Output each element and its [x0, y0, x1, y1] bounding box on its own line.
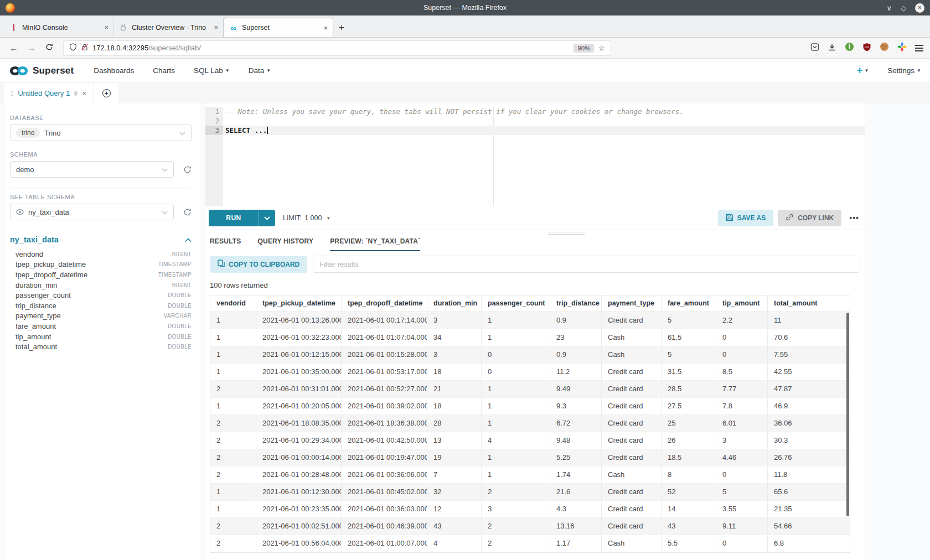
copy-to-clipboard-button[interactable]: COPY TO CLIPBOARD [210, 256, 307, 273]
table-row[interactable]: 2 2021-06-01 00:29:34.000 2021-06-01 00:… [210, 432, 850, 449]
cell-passenger-count: 3 [482, 501, 550, 517]
table-row[interactable]: 2 2021-06-01 00:56:04.000 2021-06-01 01:… [210, 535, 850, 552]
run-button-label[interactable]: RUN [209, 210, 259, 226]
table-row[interactable]: 2 2021-06-01 00:00:14.000 2021-06-01 00:… [210, 449, 850, 466]
new-tab-button[interactable]: + [333, 18, 350, 37]
add-query-tab-button[interactable]: + [94, 83, 118, 103]
table-schema-name[interactable]: ny_taxi_data [10, 235, 59, 244]
column-header[interactable]: tpep_dropoff_datetime [342, 295, 427, 312]
url-text[interactable]: 172.18.0.4:32295/superset/sqllab/ [92, 44, 570, 52]
cell-payment-type: Credit card [602, 449, 662, 466]
shield-icon[interactable] [69, 43, 77, 53]
rows-returned-text: 100 rows returned [210, 281, 865, 289]
nav-item-data[interactable]: Data▼ [249, 66, 271, 75]
cell-trip-distance: 0.9 [550, 346, 602, 363]
nav-item-dashboards[interactable]: Dashboards [94, 66, 134, 75]
table-row[interactable]: 1 2021-06-01 00:13:26.000 2021-06-01 00:… [210, 312, 850, 329]
url-bar[interactable]: 172.18.0.4:32295/superset/sqllab/ 90% ☆ [63, 40, 611, 56]
database-select[interactable]: trino Trino [10, 125, 192, 141]
browser-tab-strip: MinIO Console × Cluster Overview - Trino… [0, 15, 930, 38]
table-row[interactable]: 1 2021-06-01 00:35:00.000 2021-06-01 00:… [210, 364, 850, 381]
tab-results[interactable]: RESULTS [210, 237, 241, 251]
run-options-button[interactable] [259, 210, 275, 226]
cell-vendorid: 1 [210, 484, 256, 500]
privacy-badger-icon[interactable] [845, 42, 854, 54]
editor-code-area[interactable]: -- Note: Unless you save your query, the… [223, 107, 865, 206]
cookie-icon[interactable] [880, 42, 889, 54]
browser-tab-superset[interactable]: ∞ Superset × [224, 18, 333, 37]
ublock-origin-icon[interactable]: uO [862, 43, 871, 54]
settings-menu[interactable]: Settings▼ [887, 66, 921, 75]
schema-select[interactable]: demo [10, 161, 174, 178]
tab-close-icon[interactable]: × [214, 23, 218, 32]
filter-results-input[interactable] [313, 256, 860, 273]
column-header[interactable]: total_amount [768, 295, 850, 312]
tab-preview[interactable]: PREVIEW: `NY_TAXI_DATA` [330, 237, 420, 251]
column-header[interactable]: passenger_count [482, 295, 550, 312]
column-header[interactable]: tip_amount [716, 295, 768, 312]
table-row[interactable]: 2 2021-06-01 00:02:51.000 2021-06-01 00:… [210, 518, 850, 535]
column-header[interactable]: vendorid [210, 295, 256, 312]
cell-dropoff-datetime: 2021-06-01 00:53:17.000 [342, 364, 427, 380]
table-select[interactable]: ny_taxi_data [10, 204, 174, 220]
reload-icon[interactable] [42, 43, 56, 53]
lock-broken-icon[interactable] [81, 43, 89, 53]
plus-circle-icon: + [102, 89, 111, 97]
close-icon[interactable]: × [915, 3, 924, 13]
sidebar-splitter[interactable] [200, 103, 205, 560]
cell-vendorid: 2 [210, 535, 256, 552]
browser-tab-trino[interactable]: Cluster Overview - Trino × [114, 18, 224, 37]
back-icon[interactable]: ← [7, 43, 21, 53]
resize-handle[interactable] [548, 232, 585, 236]
close-icon[interactable]: × [82, 89, 86, 97]
table-scrollbar[interactable] [846, 313, 849, 516]
run-button[interactable]: RUN [209, 210, 275, 226]
add-new-button[interactable]: +▼ [857, 65, 869, 76]
table-row[interactable]: 2 2021-06-01 18:08:35.000 2021-06-01 18:… [210, 415, 850, 432]
refresh-schema-icon[interactable] [177, 165, 192, 174]
superset-logo[interactable]: Superset [9, 64, 74, 78]
minimize-icon[interactable]: ∨ [886, 4, 892, 12]
pocket-icon[interactable] [810, 43, 819, 54]
table-row[interactable]: 1 2021-06-01 00:23:35.000 2021-06-01 00:… [210, 501, 850, 518]
cell-total-amount: 70.6 [768, 329, 850, 346]
column-header[interactable]: tpep_pickup_datetime [256, 295, 342, 312]
limit-dropdown[interactable]: LIMIT: 1 000 ▼ [283, 214, 330, 222]
sql-editor[interactable]: 1 2 3 -- Note: Unless you save your quer… [205, 107, 865, 206]
query-tab[interactable]: Untitled Query 1 × [4, 83, 93, 103]
column-header[interactable]: fare_amount [662, 295, 716, 312]
table-row[interactable]: 2 2021-06-01 00:28:48.000 2021-06-01 00:… [210, 466, 850, 484]
menu-icon[interactable] [915, 43, 923, 53]
table-row[interactable]: 1 2021-06-01 00:12:30.000 2021-06-01 00:… [210, 484, 850, 501]
column-header[interactable]: duration_min [427, 295, 482, 312]
drag-handle-icon[interactable] [11, 90, 13, 97]
bookmark-star-icon[interactable]: ☆ [598, 44, 605, 53]
tab-close-icon[interactable]: × [323, 24, 328, 32]
copy-link-button[interactable]: COPY LINK [778, 210, 841, 226]
cell-pickup-datetime: 2021-06-01 00:35:00.000 [256, 364, 342, 380]
cell-duration-min: 43 [427, 518, 482, 535]
more-options-button[interactable]: ••• [849, 214, 859, 222]
cell-pickup-datetime: 2021-06-01 00:23:35.000 [256, 501, 342, 517]
refresh-table-icon[interactable] [177, 208, 192, 216]
tab-query-history[interactable]: QUERY HISTORY [258, 237, 314, 251]
maximize-icon[interactable]: ◇ [901, 4, 906, 12]
nav-item-sql-lab[interactable]: SQL Lab▼ [194, 66, 230, 75]
cell-dropoff-datetime: 2021-06-01 00:42:50.000 [342, 432, 427, 449]
browser-tab-minio[interactable]: MinIO Console × [4, 18, 114, 37]
save-as-button[interactable]: SAVE AS [718, 210, 773, 226]
nav-item-charts[interactable]: Charts [153, 66, 175, 75]
pinwheel-extension-icon[interactable] [897, 42, 907, 54]
column-header[interactable]: payment_type [602, 295, 662, 312]
table-row[interactable]: 1 2021-06-01 00:32:23.000 2021-06-01 01:… [210, 329, 850, 346]
tab-close-icon[interactable]: × [104, 23, 108, 32]
zoom-level-badge[interactable]: 90% [574, 44, 594, 53]
download-icon[interactable] [828, 43, 836, 54]
minio-icon [9, 23, 18, 32]
forward-icon[interactable]: → [24, 43, 39, 53]
column-header[interactable]: trip_distance [550, 295, 602, 312]
table-row[interactable]: 1 2021-06-01 00:12:15.000 2021-06-01 00:… [210, 346, 850, 364]
table-row[interactable]: 1 2021-06-01 00:20:05.000 2021-06-01 00:… [210, 398, 850, 415]
table-row[interactable]: 2 2021-06-01 00:31:01.000 2021-06-01 00:… [210, 381, 850, 398]
chevron-up-icon[interactable] [185, 235, 192, 245]
